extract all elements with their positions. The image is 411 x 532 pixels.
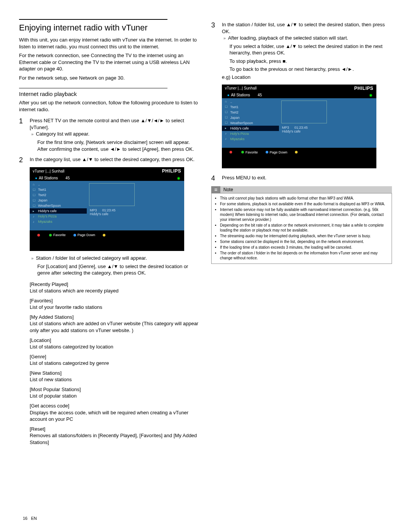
yellow-dot-icon xyxy=(295,151,298,153)
tv-list-item: ♪Holy's Pizza xyxy=(222,131,279,136)
list-item-label: .. xyxy=(230,100,232,104)
tv-list-item: ☐Tset2 xyxy=(222,110,279,115)
note-body: This unit cannot play back stations with… xyxy=(211,193,392,264)
note-item: The streaming audio may be interrupted d… xyxy=(220,233,389,238)
example-label: e.g) Location xyxy=(222,74,392,80)
step-number-1: 1 xyxy=(19,117,26,125)
category-desc: List of stations categorized by genre xyxy=(30,360,200,367)
category-block: [Location]List of stations categorized b… xyxy=(30,337,200,350)
pagedown-label: Page Down xyxy=(270,150,288,154)
step-number-3: 3 xyxy=(211,21,218,29)
tv-breadcrumb: vTuner |...| Sunhall xyxy=(225,86,256,90)
list-item-icon: ♪ xyxy=(225,132,226,135)
list-item-label: Holy's Pizza xyxy=(38,214,57,218)
tv-list-item: ⌂.. xyxy=(222,99,279,104)
category-block: [Genre]List of stations categorized by g… xyxy=(30,353,200,367)
category-title: [My Added Stations] xyxy=(30,314,200,321)
list-item-icon: ☐ xyxy=(225,105,228,109)
note-label: Note xyxy=(220,186,392,193)
sub-heading: Internet radio playback xyxy=(19,91,200,97)
yellow-dot-icon xyxy=(103,234,105,236)
step-number-2: 2 xyxy=(19,156,26,164)
category-title: [Recently Played] xyxy=(30,281,200,288)
step-1-result: Category list will appear. xyxy=(37,131,200,137)
category-block: [Get access code]Displays the access cod… xyxy=(30,403,200,423)
note-item: This unit cannot play back stations with… xyxy=(220,196,389,201)
tv-list-item: ⌂.. xyxy=(30,182,87,187)
note-item: For some stations, playback is not avail… xyxy=(220,201,389,206)
page-lang: EN xyxy=(31,516,37,521)
list-item-icon: ☐ xyxy=(33,188,35,192)
globe-icon: ◉ xyxy=(177,176,180,180)
category-title: [Get access code] xyxy=(30,403,200,409)
tv-list-item: ☐Tset1 xyxy=(30,187,87,192)
note-item: Internet radio service may not be fully … xyxy=(220,207,389,222)
blue-dot-icon xyxy=(73,234,76,236)
tv-list-item: ♪Miyazaks xyxy=(30,219,87,224)
category-block: [My Added Stations]List of stations whic… xyxy=(30,314,200,334)
step-3-text: In the station / folder list, use ▲/▼ to… xyxy=(222,21,392,35)
tv-thumbnail xyxy=(281,101,327,123)
tv-list-item: ▸Hiddy's cafe xyxy=(222,126,279,131)
list-item-label: Miyazaks xyxy=(38,220,53,224)
category-desc: List of popular station xyxy=(30,393,200,399)
step-3-result: After loading, playback of the selected … xyxy=(229,35,392,42)
category-block: [Reset]Removes all stations/folders in [… xyxy=(30,426,200,446)
tv-brand: PHILIPS xyxy=(354,86,373,91)
station-count: 45 xyxy=(65,176,70,180)
category-block: [Recently Played]List of stations which … xyxy=(30,281,200,294)
tv-format: MP3 xyxy=(90,208,97,212)
note-item: Depending on the bit rate of a station o… xyxy=(220,223,389,233)
tv-nowplaying: Hiddy's cafe xyxy=(281,129,374,133)
list-item-icon: ⌂ xyxy=(225,100,227,103)
step-3-d: To go back to the previous or next hiera… xyxy=(229,66,392,73)
green-dot-icon xyxy=(49,234,52,236)
list-item-label: WeatherSpoon xyxy=(38,204,61,208)
list-item-icon: ⌂ xyxy=(33,183,35,186)
category-block: [New Stations]List of new stations xyxy=(30,370,200,383)
category-title: [New Stations] xyxy=(30,370,200,377)
list-item-label: Tset1 xyxy=(38,188,46,192)
green-dot-icon xyxy=(241,151,244,153)
tv-format: MP3 xyxy=(282,126,289,129)
tv-list-item: ☐Japan xyxy=(30,198,87,203)
list-item-icon: ☐ xyxy=(33,193,35,197)
list-item-label: Hiddy's cafe xyxy=(230,126,249,130)
list-item-icon: ☐ xyxy=(33,199,35,202)
list-item-label: WeatherSpoon xyxy=(230,121,253,125)
step-2-text: In the category list, use ▲/▼ to select … xyxy=(30,156,200,163)
intro-text-2: For the network connection, see Connecti… xyxy=(19,52,200,72)
page-number: 16 xyxy=(23,516,27,521)
list-item-label: Tset2 xyxy=(38,193,46,197)
list-item-icon: ♪ xyxy=(225,137,226,141)
list-item-icon: ☐ xyxy=(225,116,228,119)
list-item-label: .. xyxy=(38,182,40,186)
category-desc: List of stations which are recently play… xyxy=(30,288,200,294)
list-item-icon: ♪ xyxy=(33,215,34,218)
tv-list-item: ♪Miyazaks xyxy=(222,136,279,142)
intro-text: With this unit, you can enjoy internet r… xyxy=(19,37,200,50)
pagedown-label: Page Down xyxy=(78,233,96,237)
step-2-result: Station / folder list of selected catego… xyxy=(37,255,200,262)
category-desc: List of your favorite radio stations xyxy=(30,304,200,311)
note-icon: ≡ xyxy=(211,186,220,193)
tv-brand: PHILIPS xyxy=(162,168,181,174)
red-dot-icon xyxy=(229,151,232,153)
tv-list-item: ▸Hiddy's cafe xyxy=(30,208,87,214)
tv-nowplaying: Hiddy's cafe xyxy=(89,212,182,216)
tv-station-list: ⌂..☐Tset1☐Tset2☐Japan☐WeatherSpoon▸Hiddy… xyxy=(30,181,87,230)
list-item-label: Hiddy's cafe xyxy=(38,209,57,213)
category-title: [Location] xyxy=(30,337,200,344)
list-item-icon: ▸ xyxy=(225,126,226,130)
tv-list-item: ☐WeatherSpoon xyxy=(30,203,87,208)
tv-list-item: ☐WeatherSpoon xyxy=(222,120,279,126)
step-1-note: For the first time only, [Network servic… xyxy=(37,139,200,152)
list-item-icon: ▸ xyxy=(33,209,34,213)
blue-dot-icon xyxy=(266,151,268,153)
note-item: The order of station / folder in the lis… xyxy=(220,251,389,260)
category-desc: Removes all stations/folders in [Recentl… xyxy=(30,432,200,446)
step-4-text: Press MENU to exit. xyxy=(222,174,392,181)
sub-intro: After you set up the network connection,… xyxy=(19,99,200,113)
category-title: [Most Popular Stations] xyxy=(30,386,200,393)
red-dot-icon xyxy=(37,234,40,236)
